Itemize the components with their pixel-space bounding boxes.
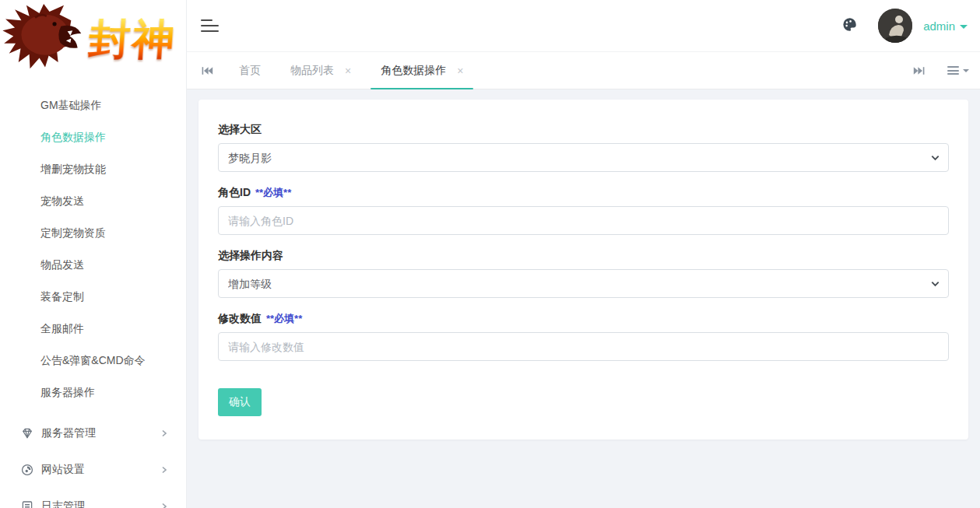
chevron-right-icon (160, 465, 169, 475)
sidebar: 封神 GM基础操作 角色数据操作 增删宠物技能 宠物发送 定制宠物资质 物品发送… (0, 0, 187, 508)
skip-end-icon (913, 65, 926, 76)
app-window: 封神 GM基础操作 角色数据操作 增删宠物技能 宠物发送 定制宠物资质 物品发送… (0, 0, 980, 508)
tab-close-icon[interactable]: × (345, 65, 351, 76)
palette-icon (841, 16, 858, 33)
tab-role-data[interactable]: 角色数据操作 × (366, 52, 478, 89)
sidebar-group-label: 日志管理 (41, 499, 160, 508)
gem-icon (20, 426, 34, 440)
role-id-input[interactable] (218, 206, 949, 235)
sidebar-menu: GM基础操作 角色数据操作 增删宠物技能 宠物发送 定制宠物资质 物品发送 装备… (0, 89, 186, 408)
brand-logo[interactable]: 封神 (0, 0, 186, 78)
modify-value-input[interactable] (218, 332, 949, 361)
tab-label: 首页 (239, 64, 261, 78)
tab-label: 物品列表 (290, 64, 334, 78)
sidebar-group-site-settings[interactable]: 网站设置 (0, 451, 186, 488)
tab-item-list[interactable]: 物品列表 × (276, 52, 366, 89)
sidebar-item-pet-skill[interactable]: 增删宠物技能 (0, 153, 186, 185)
tab-bar: 首页 物品列表 × 角色数据操作 × (187, 52, 980, 89)
top-header: admin (187, 0, 980, 52)
sidebar-item-gm-basic[interactable]: GM基础操作 (0, 89, 186, 121)
sidebar-item-item-send[interactable]: 物品发送 (0, 249, 186, 281)
theme-palette-button[interactable] (838, 13, 861, 38)
zone-select[interactable]: 梦晓月影 (218, 143, 949, 172)
brand-title: 封神 (87, 18, 177, 60)
required-badge: **必填** (255, 187, 291, 198)
field-operation-select: 选择操作内容 增加等级 (218, 249, 949, 298)
sidebar-group-label: 网站设置 (41, 463, 160, 477)
content-area: 选择大区 梦晓月影 角色ID**必填** 选择操作内容 (187, 89, 980, 508)
user-dropdown[interactable]: admin (923, 19, 968, 33)
caret-down-icon (963, 69, 969, 72)
required-badge: **必填** (266, 313, 302, 324)
field-label: 选择大区 (218, 123, 949, 137)
caret-down-icon (960, 25, 968, 29)
sidebar-group-log-manage[interactable]: 日志管理 (0, 488, 186, 508)
sidebar-item-role-data[interactable]: 角色数据操作 (0, 121, 186, 153)
sidebar-item-mail-all[interactable]: 全服邮件 (0, 313, 186, 345)
scroll-tabs-start-button[interactable] (198, 62, 216, 79)
sidebar-item-announce-cmd[interactable]: 公告&弹窗&CMD命令 (0, 345, 186, 377)
lion-logo-icon (2, 3, 89, 75)
sidebar-item-pet-quality[interactable]: 定制宠物资质 (0, 217, 186, 249)
user-avatar[interactable] (878, 9, 912, 43)
confirm-button[interactable]: 确认 (218, 388, 262, 416)
chevron-right-icon (160, 502, 169, 508)
scroll-tabs-end-button[interactable] (910, 62, 929, 79)
tab-label: 角色数据操作 (381, 64, 446, 78)
field-modify-value: 修改数值**必填** (218, 312, 949, 361)
field-label: 选择操作内容 (218, 249, 949, 263)
sidebar-item-server-ops[interactable]: 服务器操作 (0, 377, 186, 408)
tab-close-icon[interactable]: × (457, 65, 463, 76)
field-label: 角色ID**必填** (218, 186, 949, 200)
skip-start-icon (201, 65, 213, 76)
username-label: admin (923, 19, 955, 33)
sidebar-group-server-manage[interactable]: 服务器管理 (0, 415, 186, 451)
tab-options-button[interactable] (947, 65, 969, 77)
field-role-id: 角色ID**必填** (218, 186, 949, 235)
field-label: 修改数值**必填** (218, 312, 949, 326)
operation-select[interactable]: 增加等级 (218, 269, 949, 298)
list-icon (947, 65, 959, 77)
chevron-right-icon (160, 429, 169, 438)
sidebar-toggle-button[interactable] (201, 18, 221, 33)
log-file-icon (20, 499, 34, 508)
sidebar-item-pet-send[interactable]: 宠物发送 (0, 185, 186, 217)
globe-icon (20, 463, 34, 477)
field-zone-select: 选择大区 梦晓月影 (218, 123, 949, 172)
main-area: admin 首页 物品列表 × (187, 0, 980, 508)
sidebar-group-label: 服务器管理 (41, 426, 160, 440)
form-card: 选择大区 梦晓月影 角色ID**必填** 选择操作内容 (198, 100, 968, 440)
tab-list: 首页 物品列表 × 角色数据操作 × (224, 52, 478, 89)
sidebar-group-menu: 服务器管理 网站设置 (0, 415, 186, 508)
tab-home[interactable]: 首页 (224, 52, 276, 89)
sidebar-item-equip-custom[interactable]: 装备定制 (0, 281, 186, 313)
